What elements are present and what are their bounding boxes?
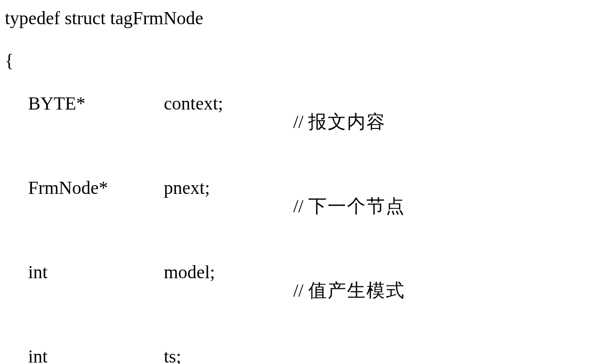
member-name: context; [164,94,266,112]
comment-prefix: // [293,280,308,301]
member-type: int [28,347,164,364]
member-comment: // 下一个节点 [266,178,405,234]
code-block: typedef struct tagFrmNode { BYTE* contex… [0,0,601,364]
comment-text: 下一个节点 [308,196,405,216]
open-brace: { [5,51,14,70]
member-line: int ts; // 与下一帧报文的时间间隔 [5,347,596,364]
member-comment: // 与下一帧报文的时间间隔 [266,347,522,364]
member-comment: // 值产生模式 [266,263,405,318]
member-name: model; [164,263,266,281]
comment-prefix: // [293,196,308,216]
member-name: ts; [164,347,266,364]
member-type: BYTE* [28,94,164,112]
comment-prefix: // [293,111,308,132]
struct-declaration-line: typedef struct tagFrmNode [5,9,596,27]
member-name: pnext; [164,178,266,197]
comment-text: 值产生模式 [308,280,405,301]
member-line: BYTE* context; // 报文内容 [5,94,596,149]
member-comment: // 报文内容 [266,94,386,149]
member-line: FrmNode* pnext; // 下一个节点 [5,178,596,234]
struct-declaration: typedef struct tagFrmNode [5,9,203,27]
member-type: int [28,263,164,281]
member-line: int model; // 值产生模式 [5,263,596,318]
comment-text: 报文内容 [308,111,386,132]
member-type: FrmNode* [28,178,164,197]
open-brace-line: { [5,51,596,70]
